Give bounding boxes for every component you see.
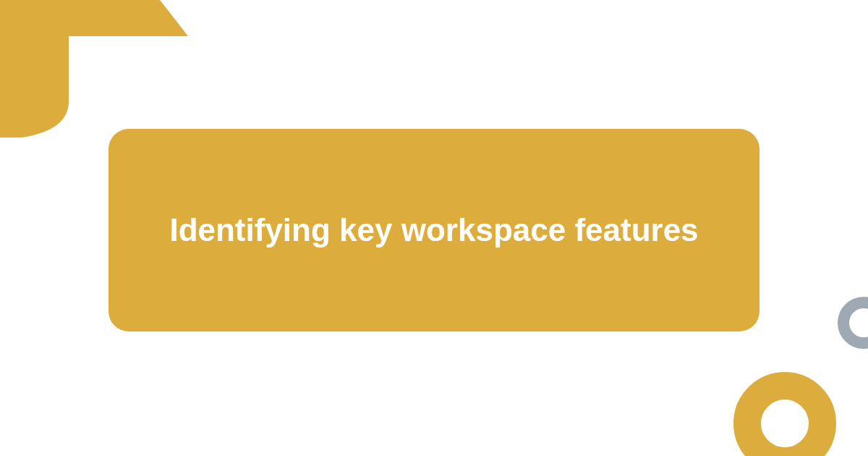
corner-decoration-icon — [0, 0, 188, 145]
title-card: Identifying key workspace features — [109, 129, 760, 332]
svg-point-0 — [843, 303, 868, 343]
page-title: Identifying key workspace features — [169, 209, 698, 250]
ring-decoration-large-icon — [731, 369, 839, 456]
svg-point-1 — [747, 386, 822, 456]
ring-decoration-small-icon — [838, 297, 868, 349]
